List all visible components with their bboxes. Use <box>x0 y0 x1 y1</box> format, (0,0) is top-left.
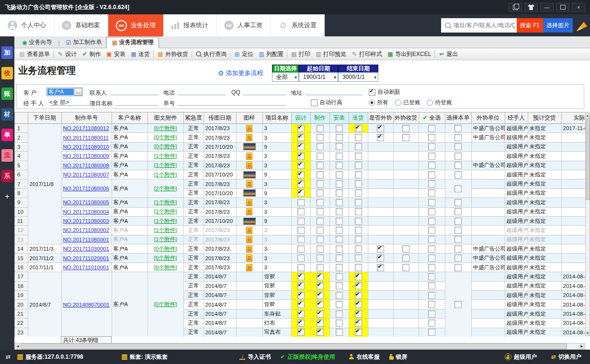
auto-row-height-checkbox[interactable]: 自动行高 <box>311 99 342 107</box>
col-header-select-order[interactable]: 选择本单 <box>445 112 471 124</box>
vscroll-thumb[interactable] <box>586 119 590 200</box>
checkbox-design[interactable] <box>297 134 305 141</box>
col-header-thumbnail[interactable]: 图样 <box>236 112 262 124</box>
toolbar-button-制作[interactable]: 制作 <box>79 49 103 59</box>
checkbox-select-all[interactable] <box>428 301 435 308</box>
checkbox-deliver[interactable] <box>355 218 362 225</box>
checkbox-outsource-receive[interactable] <box>402 264 409 271</box>
col-header-outsource-receive[interactable]: 外协收货 <box>393 112 419 124</box>
nav-item-系统设置[interactable]: 系统设置 <box>271 14 325 36</box>
attachment-link[interactable]: [0个附件] <box>154 265 177 270</box>
col-header-design[interactable]: 设计 <box>291 112 310 124</box>
checkbox-select-order[interactable] <box>454 162 462 169</box>
checkbox-install[interactable] <box>336 236 343 243</box>
attachment-link[interactable]: [0个附件] <box>154 134 177 140</box>
tab-业务向导[interactable]: 业务向导 <box>17 37 57 48</box>
checkbox-select-all[interactable] <box>428 171 435 178</box>
toolbar-button-送货[interactable]: 送货 <box>128 49 152 59</box>
photo-thumbnail[interactable] <box>243 189 256 197</box>
col-header-order-date[interactable]: 下单日期 <box>28 112 61 124</box>
col-header-project[interactable]: 项目名称 <box>262 112 291 124</box>
cert-thumbnail[interactable] <box>246 254 252 262</box>
checkbox-design[interactable] <box>297 218 305 225</box>
checkbox-deliver[interactable] <box>355 310 362 318</box>
checkbox-design[interactable] <box>297 329 305 336</box>
tab-加工制作单[interactable]: 加工制作单 <box>61 37 107 48</box>
checkbox-make[interactable] <box>317 282 324 289</box>
attachment-link[interactable]: [0个附件] <box>154 255 177 261</box>
checkbox-install[interactable] <box>336 320 343 327</box>
checkbox-select-all[interactable] <box>428 134 435 141</box>
checkbox-select-order[interactable] <box>454 245 462 253</box>
sidebar-button-材[interactable]: 材 <box>1 108 13 121</box>
checkbox-make[interactable] <box>317 134 324 141</box>
checkbox-select-all[interactable] <box>428 218 435 225</box>
checkbox-outsourced[interactable] <box>377 264 384 271</box>
checkbox-install[interactable] <box>336 264 343 271</box>
checkbox-install[interactable] <box>336 199 343 206</box>
search-button[interactable]: 搜索 F1 <box>517 18 543 33</box>
col-header-actual-delivery[interactable]: 实际 <box>561 112 586 124</box>
checkbox-select-order[interactable] <box>454 143 462 150</box>
checkbox-select-order[interactable] <box>454 153 462 160</box>
order-link[interactable]: NO.201711080012 <box>63 125 109 131</box>
online-service-button[interactable]: 在线客服 <box>349 353 380 361</box>
scroll-right-icon[interactable]: ▶ <box>579 343 585 349</box>
photo-thumbnail[interactable] <box>243 143 256 150</box>
cert-thumbnail[interactable] <box>246 208 252 215</box>
checkbox-deliver[interactable] <box>355 208 362 215</box>
col-header-deliver[interactable]: 送货 <box>349 112 368 124</box>
checkbox-make[interactable] <box>317 143 324 150</box>
toolbar-button-查看原单[interactable]: 查看原单 <box>16 49 52 59</box>
order-link[interactable]: NO.201711080009 <box>63 153 109 159</box>
checkbox-select-all[interactable] <box>428 329 435 336</box>
checkbox-install[interactable] <box>336 153 343 160</box>
nav-item-个人中心[interactable]: 个人中心 <box>0 14 54 36</box>
checkbox-select-order[interactable] <box>454 208 462 215</box>
checkbox-select-order[interactable] <box>454 185 462 192</box>
checkbox-design[interactable] <box>297 171 305 178</box>
nav-item-人事工资[interactable]: 人事工资 <box>216 14 271 36</box>
checkbox-deliver[interactable] <box>355 125 362 132</box>
checkbox-make[interactable] <box>317 254 324 262</box>
maximize-button[interactable] <box>556 3 569 12</box>
checkbox-make[interactable] <box>317 208 324 215</box>
col-header-outsourced[interactable]: 是否外协 <box>368 112 393 124</box>
checkbox-select-all[interactable] <box>428 282 435 289</box>
checkbox-make[interactable] <box>317 125 324 132</box>
sidebar-button-+[interactable]: + <box>1 190 13 203</box>
phone-input[interactable] <box>178 88 226 95</box>
toolbar-button-列配置[interactable]: 列配置 <box>256 49 286 59</box>
order-link[interactable]: NO.201711080001 <box>63 237 109 243</box>
order-link[interactable]: NO.201711080005 <box>63 199 109 205</box>
checkbox-install[interactable] <box>336 171 343 178</box>
toolbar-button-执行查询[interactable]: 执行查询 <box>193 49 229 59</box>
checkbox-install[interactable] <box>336 273 343 280</box>
sidebar-button-单[interactable]: 单 <box>1 129 13 141</box>
col-header-pic-date[interactable]: 传图日期 <box>204 112 236 124</box>
checkbox-install[interactable] <box>336 189 343 197</box>
checkbox-design[interactable] <box>297 273 305 280</box>
checkbox-outsourced[interactable] <box>377 254 384 262</box>
col-header-select-all[interactable]: ✔ 全选 <box>419 112 445 124</box>
cert-thumbnail[interactable] <box>246 125 252 132</box>
checkbox-make[interactable] <box>317 310 324 318</box>
checkbox-deliver[interactable] <box>355 143 362 150</box>
checkbox-select-order[interactable] <box>454 218 462 225</box>
checkbox-make[interactable] <box>317 245 324 253</box>
toolbar-button-导出到EXCEL[interactable]: 导出到EXCEL <box>385 49 433 59</box>
scroll-left-icon[interactable]: ◀ <box>15 343 21 349</box>
checkbox-deliver[interactable] <box>355 180 362 188</box>
col-header-urgency[interactable]: 紧急度 <box>183 112 204 124</box>
checkbox-deliver[interactable] <box>355 227 362 234</box>
checkbox-install[interactable] <box>336 301 343 308</box>
checkbox-make[interactable] <box>317 162 324 169</box>
col-header-attachment[interactable]: 图文附件 <box>148 112 183 124</box>
checkbox-select-all[interactable] <box>428 245 435 253</box>
checkbox-install[interactable] <box>336 282 343 289</box>
close-button[interactable]: × <box>572 3 585 12</box>
col-header-order-no[interactable]: 制作单号 <box>61 112 112 124</box>
attachment-link[interactable]: [1个附件] <box>154 153 177 159</box>
checkbox-select-all[interactable] <box>428 320 435 327</box>
checkbox-select-all[interactable] <box>428 236 435 243</box>
